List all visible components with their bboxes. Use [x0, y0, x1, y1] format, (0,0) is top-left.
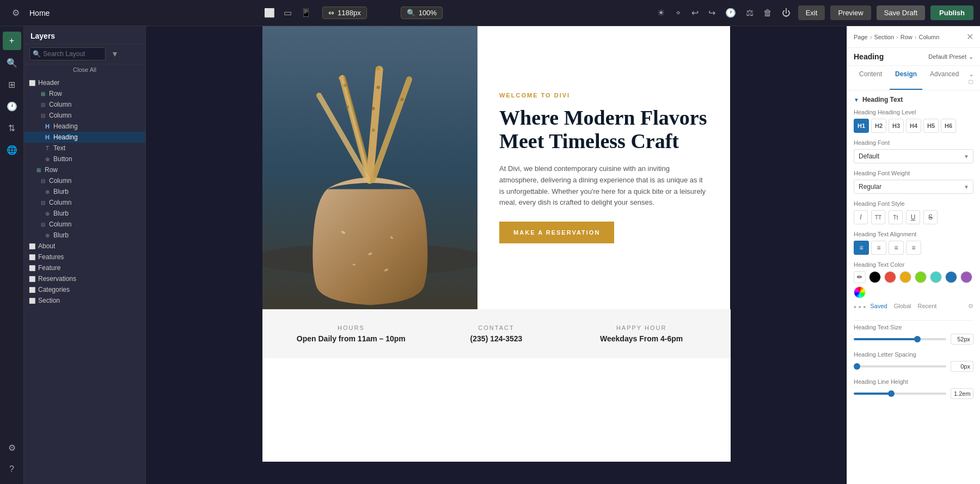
text-size-value[interactable]: [951, 334, 973, 345]
gear-button[interactable]: ⚙: [7, 4, 25, 22]
exit-button[interactable]: Exit: [798, 5, 825, 20]
line-height-slider[interactable]: [854, 393, 946, 395]
line-height-value[interactable]: [951, 388, 973, 399]
saved-colors-tab[interactable]: Saved: [870, 303, 887, 309]
layer-item-feature[interactable]: ⬜ Feature: [24, 262, 145, 273]
text-size-slider[interactable]: [854, 338, 946, 340]
more-colors-dots[interactable]: • • •: [854, 303, 866, 311]
layers-search-input[interactable]: [29, 47, 106, 60]
search-sidebar-button[interactable]: 🔍: [3, 53, 21, 72]
zoom-display[interactable]: 🔍 100%: [401, 7, 443, 19]
color-eyedropper-button[interactable]: ✏: [854, 271, 866, 283]
filter-icon[interactable]: ▼: [111, 50, 119, 58]
color-swatch-black[interactable]: [869, 271, 881, 283]
uppercase-button[interactable]: TT: [871, 210, 885, 224]
strikethrough-button[interactable]: S: [923, 210, 938, 224]
color-settings-icon[interactable]: ⚙: [968, 303, 973, 310]
layer-item-col2[interactable]: ⊟ Column: [24, 110, 145, 121]
canvas-area[interactable]: WELCOME TO DIVI Where Modern Flavors Mee…: [146, 26, 847, 484]
heading-level-h5[interactable]: H5: [923, 119, 939, 133]
layer-item-categories[interactable]: ⬜ Categories: [24, 284, 145, 295]
letter-spacing-slider[interactable]: [854, 365, 946, 367]
tab-advanced[interactable]: Advanced: [924, 66, 964, 90]
preset-selector[interactable]: Default Preset ⌄: [928, 53, 973, 60]
align-right-button[interactable]: ≡: [889, 241, 904, 255]
save-draft-button[interactable]: Save Draft: [877, 5, 925, 20]
breadcrumb-column[interactable]: Column: [918, 34, 939, 40]
align-justify-button[interactable]: ≡: [906, 241, 921, 255]
tablet-device-button[interactable]: ▭: [281, 5, 294, 20]
recent-colors-tab[interactable]: Recent: [917, 303, 936, 309]
color-swatch-green[interactable]: [915, 271, 927, 283]
tab-content[interactable]: Content: [854, 66, 887, 90]
redo-button[interactable]: ↪: [706, 5, 718, 20]
layer-item-blurb3[interactable]: ⊕ Blurb: [24, 230, 145, 241]
heading-font-select[interactable]: Default: [854, 149, 973, 163]
mobile-device-button[interactable]: 📱: [298, 5, 314, 20]
tab-more-arrow[interactable]: ⌄ □: [966, 66, 976, 90]
layer-item-button1[interactable]: ⊕ Button: [24, 154, 145, 164]
layout-button[interactable]: ⊞: [3, 75, 21, 94]
global-button[interactable]: 🌐: [3, 140, 21, 159]
breadcrumb-page[interactable]: Page: [854, 34, 868, 40]
width-display[interactable]: ⇔ 1188px: [322, 7, 367, 19]
settings-sidebar-button[interactable]: ⚙: [3, 438, 21, 457]
align-center-button[interactable]: ≡: [871, 241, 886, 255]
capitalize-button[interactable]: Tt: [889, 210, 903, 224]
trash-button[interactable]: 🗑: [761, 6, 774, 20]
preview-button[interactable]: Preview: [830, 5, 871, 20]
settings-button[interactable]: ⚖: [744, 5, 756, 20]
close-all-button[interactable]: Close All: [24, 64, 145, 75]
add-element-button[interactable]: +: [3, 32, 21, 50]
breadcrumb-section[interactable]: Section: [874, 34, 894, 40]
heading-level-h4[interactable]: H4: [906, 119, 921, 133]
color-swatch-purple[interactable]: [960, 271, 972, 283]
publish-button[interactable]: Publish: [930, 5, 973, 20]
section-collapse-arrow[interactable]: ▼: [854, 97, 859, 103]
layer-item-col4[interactable]: ⊟ Column: [24, 197, 145, 208]
sun-icon-button[interactable]: ☀: [655, 5, 667, 20]
color-swatch-yellow[interactable]: [899, 271, 911, 283]
layer-item-reservations[interactable]: ⬜ Reservations: [24, 273, 145, 284]
layer-item-header[interactable]: ⬜ Header: [24, 77, 145, 88]
align-left-button[interactable]: ≡: [854, 241, 869, 255]
breadcrumb-row[interactable]: Row: [901, 34, 912, 40]
color-swatch-red[interactable]: [884, 271, 896, 283]
heading-level-h2[interactable]: H2: [871, 119, 886, 133]
layer-item-row1[interactable]: ⊞ Row: [24, 88, 145, 99]
layer-item-features[interactable]: ⬜ Features: [24, 252, 145, 262]
heading-font-weight-select[interactable]: Regular Bold Light: [854, 180, 973, 194]
layer-item-section[interactable]: ⬜ Section: [24, 295, 145, 306]
portability-button[interactable]: ⇅: [3, 119, 21, 137]
layer-item-col3[interactable]: ⊟ Column: [24, 175, 145, 186]
letter-spacing-value[interactable]: [951, 361, 973, 372]
moon-icon-button[interactable]: ⚬: [672, 5, 684, 20]
color-swatch-teal[interactable]: [930, 271, 942, 283]
layer-item-heading2[interactable]: H Heading: [24, 132, 145, 143]
power-button[interactable]: ⏻: [780, 6, 793, 20]
color-swatch-blue[interactable]: [945, 271, 957, 283]
layer-item-text1[interactable]: T Text: [24, 143, 145, 154]
close-panel-button[interactable]: ✕: [966, 32, 973, 42]
global-colors-tab[interactable]: Global: [894, 303, 911, 309]
layer-item-about[interactable]: ⬜ About: [24, 241, 145, 252]
underline-button[interactable]: U: [906, 210, 920, 224]
layer-item-heading1[interactable]: H Heading: [24, 121, 145, 132]
layer-item-col5[interactable]: ⊟ Column: [24, 219, 145, 230]
layer-item-col1[interactable]: ⊟ Column: [24, 99, 145, 110]
history-sidebar-button[interactable]: 🕐: [3, 97, 21, 115]
heading-level-h6[interactable]: H6: [941, 119, 956, 133]
reservation-button[interactable]: MAKE A RESERVATION: [499, 222, 614, 243]
desktop-device-button[interactable]: ⬜: [262, 5, 277, 20]
italic-button[interactable]: I: [854, 210, 868, 224]
heading-level-h1[interactable]: H1: [854, 119, 869, 133]
layer-item-blurb1[interactable]: ⊕ Blurb: [24, 186, 145, 197]
color-swatch-gradient[interactable]: [854, 286, 866, 298]
help-button[interactable]: ?: [3, 460, 21, 479]
undo-button[interactable]: ↩: [689, 5, 701, 20]
history-button[interactable]: 🕐: [723, 5, 738, 20]
layer-item-row2[interactable]: ⊞ Row: [24, 164, 145, 175]
layer-item-blurb2[interactable]: ⊕ Blurb: [24, 208, 145, 219]
heading-level-h3[interactable]: H3: [889, 119, 904, 133]
tab-design[interactable]: Design: [890, 66, 922, 90]
